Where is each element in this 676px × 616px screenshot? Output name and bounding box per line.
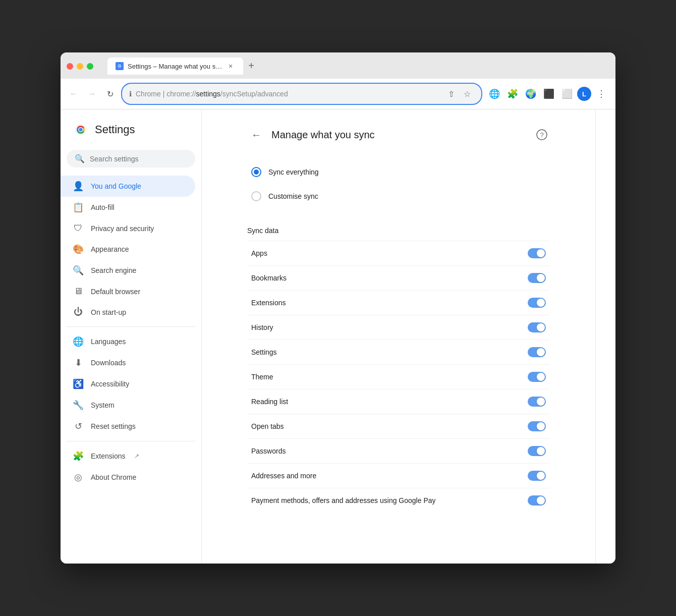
close-window-button[interactable] [67, 63, 73, 70]
share-button[interactable]: ⇧ [444, 87, 458, 101]
url-path: settings [196, 90, 220, 98]
sidebar-item-extensions[interactable]: 🧩 Extensions ↗ [61, 445, 195, 467]
url-bar[interactable]: ℹ Chrome | chrome://settings/syncSetup/a… [121, 83, 482, 105]
user-avatar-button[interactable]: L [577, 87, 591, 101]
sync-toggle-apps[interactable] [528, 248, 546, 258]
sync-toggle-settings[interactable] [528, 347, 546, 357]
search-engine-icon: 🔍 [73, 265, 84, 276]
sidebar-label-downloads: Downloads [91, 359, 126, 367]
chrome-logo-icon [73, 122, 89, 138]
browser-tab[interactable]: ⚙ Settings – Manage what you s… × [107, 58, 243, 75]
back-button[interactable]: ← [247, 126, 265, 144]
sync-toggle-bookmarks[interactable] [528, 273, 546, 283]
downloads-icon: ⬇ [73, 357, 84, 368]
sync-toggle-passwords[interactable] [528, 446, 546, 456]
sync-toggle-payment[interactable] [528, 495, 546, 506]
sync-everything-radio[interactable] [251, 167, 261, 177]
sidebar-label-autofill: Auto-fill [91, 203, 115, 211]
help-button[interactable]: ? [534, 127, 550, 143]
sync-option-group: Sync everything Customise sync [247, 160, 550, 208]
sync-toggle-extensions[interactable] [528, 298, 546, 308]
url-source: Chrome | chrome:// [136, 90, 196, 98]
chrome-menu-button[interactable]: ⋮ [593, 86, 609, 102]
sidebar-item-privacy[interactable]: 🛡 Privacy and security [61, 218, 195, 239]
reload-button[interactable]: ↻ [103, 87, 117, 101]
url-text: Chrome | chrome://settings/syncSetup/adv… [136, 90, 440, 98]
back-navigation-button[interactable]: ← [67, 87, 81, 101]
sidebar-label-languages: Languages [91, 338, 126, 346]
tab-close-button[interactable]: × [226, 62, 235, 71]
title-bar: ⚙ Settings – Manage what you s… × + [61, 52, 615, 79]
sidebar-label-you-and-google: You and Google [91, 182, 141, 190]
sync-toggle-reading-list[interactable] [528, 397, 546, 407]
forward-navigation-button[interactable]: → [85, 87, 99, 101]
window-controls-row: ⚙ Settings – Manage what you s… × + [67, 58, 609, 75]
sync-item-payment: Payment methods, offers and addresses us… [247, 488, 550, 513]
sidebar-label-system: System [91, 401, 115, 409]
svg-text:?: ? [540, 131, 543, 139]
sidebar-item-autofill[interactable]: 📋 Auto-fill [61, 197, 195, 218]
puzzle-button[interactable]: ⬛ [541, 86, 557, 102]
sync-everything-label: Sync everything [268, 168, 319, 176]
sync-item-label-payment: Payment methods, offers and addresses us… [251, 496, 436, 505]
sidebar-label-privacy: Privacy and security [91, 225, 154, 233]
sync-item-theme: Theme [247, 364, 550, 389]
settings-sidebar: Settings 🔍 👤 You and Google 📋 Auto-fill … [61, 109, 202, 564]
sidebar-item-downloads[interactable]: ⬇ Downloads [61, 352, 195, 373]
sync-item-apps: Apps [247, 241, 550, 265]
sync-item-label-extensions: Extensions [251, 299, 286, 307]
tab-favicon: ⚙ [116, 62, 124, 70]
sidebar-item-you-and-google[interactable]: 👤 You and Google [61, 176, 195, 197]
sync-item-label-passwords: Passwords [251, 447, 286, 455]
on-startup-icon: ⏻ [73, 307, 84, 317]
sync-toggle-open-tabs[interactable] [528, 421, 546, 431]
bookmark-button[interactable]: ☆ [460, 87, 474, 101]
sidebar-item-about[interactable]: ◎ About Chrome [61, 467, 195, 488]
about-chrome-icon: ◎ [73, 472, 84, 483]
customise-sync-radio[interactable] [251, 191, 261, 201]
sidebar-label-default-browser: Default browser [91, 288, 140, 296]
sync-item-label-bookmarks: Bookmarks [251, 274, 287, 282]
settings-logo: Settings [61, 118, 201, 150]
svg-point-2 [79, 128, 82, 131]
sidebar-item-search-engine[interactable]: 🔍 Search engine [61, 260, 195, 281]
extensions-toolbar-button[interactable]: 🧩 [504, 86, 521, 102]
languages-icon: 🌐 [73, 336, 84, 347]
google-account-button[interactable]: 🌐 [486, 86, 502, 102]
customise-sync-option[interactable]: Customise sync [247, 184, 550, 208]
browser-window: ⚙ Settings – Manage what you s… × + ← → … [61, 52, 615, 564]
sync-item-label-settings: Settings [251, 348, 277, 356]
sync-item-addresses: Addresses and more [247, 463, 550, 488]
profile-button[interactable]: ⬜ [559, 86, 575, 102]
page-header: ← Manage what you sync ? [247, 126, 550, 144]
autofill-icon: 📋 [73, 202, 84, 213]
sidebar-item-default-browser[interactable]: 🖥 Default browser [61, 281, 195, 302]
sidebar-item-accessibility[interactable]: ♿ Accessibility [61, 373, 195, 395]
external-link-icon: ↗ [134, 453, 139, 460]
sidebar-item-on-startup[interactable]: ⏻ On start-up [61, 302, 195, 322]
sidebar-item-appearance[interactable]: 🎨 Appearance [61, 239, 195, 260]
search-input[interactable] [90, 155, 187, 163]
sidebar-item-languages[interactable]: 🌐 Languages [61, 331, 195, 352]
sync-item-bookmarks: Bookmarks [247, 265, 550, 290]
translate-button[interactable]: 🌍 [523, 86, 539, 102]
sync-toggle-theme[interactable] [528, 372, 546, 382]
sync-item-settings: Settings [247, 340, 550, 364]
sync-toggle-addresses[interactable] [528, 471, 546, 481]
accessibility-icon: ♿ [73, 378, 84, 389]
new-tab-button[interactable]: + [243, 58, 259, 74]
sync-toggle-history[interactable] [528, 322, 546, 332]
sync-item-extensions: Extensions [247, 290, 550, 315]
sync-item-label-addresses: Addresses and more [251, 472, 316, 480]
sync-item-label-apps: Apps [251, 249, 267, 257]
sync-item-reading-list: Reading list [247, 389, 550, 414]
sidebar-item-reset[interactable]: ↺ Reset settings [61, 416, 195, 437]
sidebar-item-system[interactable]: 🔧 System [61, 395, 195, 416]
page-content: ← Manage what you sync ? [227, 109, 570, 529]
url-actions: ⇧ ☆ [444, 87, 474, 101]
settings-search-bar[interactable]: 🔍 [67, 150, 195, 167]
maximize-window-button[interactable] [87, 63, 93, 70]
sync-everything-option[interactable]: Sync everything [247, 160, 550, 184]
minimize-window-button[interactable] [77, 63, 83, 70]
nav-divider-2 [67, 441, 195, 441]
